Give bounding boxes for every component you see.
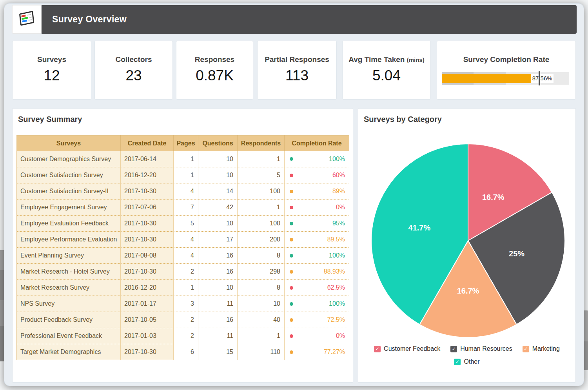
- table-row[interactable]: Employee Performance Evaluation2017-10-3…: [17, 232, 349, 248]
- kpi-card-surveys: Surveys 12: [12, 41, 91, 100]
- legend-label: Other: [464, 358, 479, 365]
- cell-completion-rate: 72.5%: [285, 312, 349, 328]
- panel-title: Survey Summary: [13, 109, 353, 130]
- cell-pages: 2: [174, 264, 198, 280]
- cell-created-date: 2017-07-06: [121, 200, 174, 216]
- legend-checkbox[interactable]: ✓: [450, 346, 457, 352]
- table-row[interactable]: Professional Event Feedback2017-01-03211…: [17, 328, 349, 344]
- cell-questions: 10: [198, 280, 238, 296]
- cell-completion-rate: 0%: [285, 200, 349, 216]
- kpi-label: Responses: [176, 55, 253, 64]
- status-dot: [290, 222, 293, 225]
- completion-rate-value: 62.5%: [293, 284, 345, 291]
- cell-pages: 1: [174, 280, 198, 296]
- cell-created-date: 2017-01-03: [121, 328, 174, 344]
- legend-item-other[interactable]: ✓Other: [454, 358, 479, 365]
- table-row[interactable]: Employee Engagement Survey2017-07-067421…: [17, 200, 349, 216]
- table-row[interactable]: NPS Survey2017-01-1731110100%: [17, 296, 349, 312]
- status-dot: [290, 334, 293, 338]
- legend-label: Customer Feedback: [384, 345, 440, 352]
- cell-respondents: 110: [238, 344, 285, 360]
- cell-completion-rate: 89%: [285, 183, 349, 200]
- col-header-questions[interactable]: Questions: [198, 136, 238, 151]
- status-dot: [290, 206, 293, 209]
- legend-item-human-resources[interactable]: ✓Human Resources: [450, 345, 512, 352]
- legend-item-customer-feedback[interactable]: ✓Customer Feedback: [374, 345, 440, 352]
- col-header-completion-rate[interactable]: Completion Rate: [285, 136, 349, 151]
- col-header-pages[interactable]: Pages: [174, 136, 198, 151]
- cell-survey-name: Customer Satisfaction Survey-II: [17, 183, 121, 200]
- cell-completion-rate: 89.5%: [285, 232, 349, 248]
- status-dot: [290, 350, 293, 354]
- cell-pages: 4: [174, 248, 198, 264]
- table-row[interactable]: Market Research Survey2016-12-20110862.5…: [17, 280, 349, 296]
- pie-legend: ✓Customer Feedback✓Human Resources✓Marke…: [358, 343, 575, 368]
- cell-survey-name: Market Research - Hotel Survey: [17, 264, 121, 280]
- cell-questions: 11: [198, 328, 238, 344]
- cell-respondents: 8: [238, 280, 285, 296]
- completion-rate-value: 72.5%: [293, 316, 345, 323]
- status-dot: [290, 318, 293, 322]
- col-header-surveys[interactable]: Surveys: [17, 136, 121, 151]
- cell-pages: 4: [174, 232, 198, 248]
- completion-rate-value: 89%: [293, 188, 345, 195]
- table-row[interactable]: Employee Evaluation Feedback2017-10-3051…: [17, 216, 349, 232]
- cell-respondents: 5: [238, 167, 285, 183]
- table-header-row: Surveys Created Date Pages Questions Res…: [17, 136, 349, 151]
- cell-completion-rate: 0%: [285, 328, 349, 344]
- kpi-card-avg-time: Avg Time Taken (mins) 5.04: [342, 41, 431, 100]
- status-dot: [290, 302, 293, 306]
- cell-respondents: 100: [238, 216, 285, 232]
- cell-pages: 5: [174, 216, 198, 232]
- kpi-label: Avg Time Taken (mins): [343, 55, 430, 64]
- cell-completion-rate: 95%: [285, 216, 349, 232]
- cell-completion-rate: 77.27%: [285, 344, 349, 360]
- cell-created-date: 2017-10-30: [121, 183, 174, 200]
- completion-rate-value: 95%: [293, 220, 345, 227]
- cell-pages: 7: [174, 200, 198, 216]
- cell-survey-name: Employee Evaluation Feedback: [17, 216, 121, 232]
- cell-respondents: 100: [238, 183, 285, 200]
- bullet-fill-bar: 87.56%: [442, 74, 554, 83]
- legend-checkbox[interactable]: ✓: [523, 346, 529, 352]
- kpi-value: 113: [258, 67, 336, 84]
- legend-item-marketing[interactable]: ✓Marketing: [523, 345, 560, 352]
- pie-slice-label: 41.7%: [408, 223, 431, 232]
- cell-created-date: 2017-10-05: [121, 312, 174, 328]
- table-row[interactable]: Target Market Demographics2017-10-306151…: [17, 344, 349, 360]
- legend-label: Human Resources: [460, 345, 512, 352]
- survey-summary-table: Surveys Created Date Pages Questions Res…: [16, 135, 349, 360]
- col-header-respondents[interactable]: Respondents: [238, 136, 285, 151]
- category-pie-chart: 16.7%25%16.7%41.7%: [358, 130, 575, 342]
- completion-rate-value: 89.5%: [293, 236, 345, 243]
- legend-checkbox[interactable]: ✓: [374, 346, 381, 352]
- completion-rate-value: 77.27%: [293, 348, 345, 356]
- kpi-label-suffix: (mins): [407, 56, 425, 63]
- cell-survey-name: NPS Survey: [17, 296, 121, 312]
- table-row[interactable]: Customer Satisfaction Survey2016-12-2011…: [17, 167, 349, 183]
- cell-questions: 10: [198, 167, 238, 183]
- kpi-card-responses: Responses 0.87K: [176, 41, 253, 100]
- kpi-label: Collectors: [95, 55, 172, 64]
- cell-questions: 16: [198, 248, 238, 264]
- cell-survey-name: Employee Performance Evaluation: [17, 232, 121, 248]
- cell-questions: 42: [198, 200, 238, 216]
- cell-created-date: 2017-06-14: [121, 151, 174, 167]
- col-header-created-date[interactable]: Created Date: [121, 136, 174, 151]
- cell-respondents: 1: [238, 328, 285, 344]
- cell-respondents: 298: [238, 264, 285, 280]
- cell-survey-name: Market Research Survey: [17, 280, 121, 296]
- cell-pages: 3: [174, 296, 198, 312]
- table-row[interactable]: Market Research - Hotel Survey2017-10-30…: [17, 264, 349, 280]
- legend-checkbox[interactable]: ✓: [454, 359, 461, 365]
- table-row[interactable]: Event Planning Survey2017-08-084168100%: [17, 248, 349, 264]
- cell-created-date: 2017-10-30: [121, 232, 174, 248]
- table-row[interactable]: Product Feedback Survey2017-10-052164072…: [17, 312, 349, 328]
- bullet-value-label: 87.56%: [531, 74, 554, 83]
- table-row[interactable]: Customer Satisfaction Survey-II2017-10-3…: [17, 183, 349, 200]
- cell-pages: 6: [174, 344, 198, 360]
- survey-table-body: Customer Demographics Survey2017-06-1411…: [17, 151, 349, 360]
- cell-created-date: 2017-10-30: [121, 344, 174, 360]
- table-row[interactable]: Customer Demographics Survey2017-06-1411…: [17, 151, 349, 167]
- pie-slice-label: 16.7%: [457, 287, 479, 295]
